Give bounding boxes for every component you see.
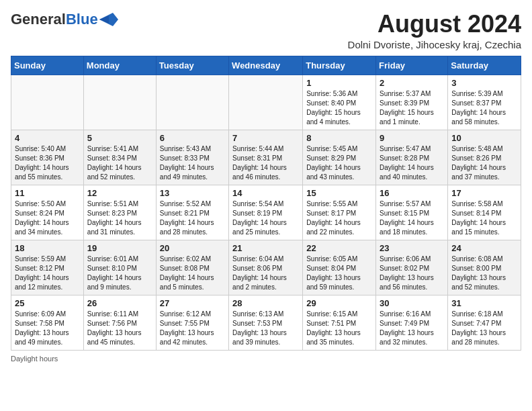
day-info: Sunrise: 5:37 AM Sunset: 8:39 PM Dayligh… [380, 89, 444, 127]
calendar-cell: 17Sunrise: 5:58 AM Sunset: 8:14 PM Dayli… [448, 185, 521, 240]
weekday-header-row: SundayMondayTuesdayWednesdayThursdayFrid… [11, 56, 521, 75]
calendar-cell: 18Sunrise: 5:59 AM Sunset: 8:12 PM Dayli… [11, 240, 84, 295]
day-info: Sunrise: 5:50 AM Sunset: 8:24 PM Dayligh… [15, 199, 80, 237]
day-number: 6 [160, 133, 225, 143]
day-info: Sunrise: 5:58 AM Sunset: 8:14 PM Dayligh… [451, 199, 517, 237]
day-number: 31 [451, 298, 517, 308]
page-header: GeneralBlue August 2024 Dolni Dvoriste, … [11, 11, 521, 50]
day-number: 9 [380, 133, 444, 143]
day-number: 30 [380, 298, 444, 308]
calendar-cell: 13Sunrise: 5:52 AM Sunset: 8:21 PM Dayli… [156, 185, 228, 240]
day-info: Sunrise: 5:41 AM Sunset: 8:34 PM Dayligh… [87, 144, 152, 182]
day-info: Sunrise: 5:45 AM Sunset: 8:29 PM Dayligh… [306, 144, 372, 182]
day-info: Sunrise: 5:44 AM Sunset: 8:31 PM Dayligh… [232, 144, 299, 182]
day-number: 1 [306, 78, 372, 88]
day-info: Sunrise: 6:12 AM Sunset: 7:55 PM Dayligh… [160, 310, 225, 347]
calendar-cell: 2Sunrise: 5:37 AM Sunset: 8:39 PM Daylig… [376, 75, 448, 130]
day-info: Sunrise: 6:04 AM Sunset: 8:06 PM Dayligh… [232, 255, 299, 292]
day-number: 19 [87, 243, 152, 253]
day-number: 2 [380, 78, 444, 88]
logo: GeneralBlue [11, 11, 118, 28]
day-info: Sunrise: 5:47 AM Sunset: 8:28 PM Dayligh… [380, 144, 444, 182]
weekday-header-thursday: Thursday [303, 56, 376, 75]
day-info: Sunrise: 5:39 AM Sunset: 8:37 PM Dayligh… [451, 89, 517, 127]
day-info: Sunrise: 5:57 AM Sunset: 8:15 PM Dayligh… [380, 199, 444, 237]
location-subtitle: Dolni Dvoriste, Jihocesky kraj, Czechia [348, 39, 521, 50]
day-number: 23 [380, 243, 444, 253]
calendar-cell: 23Sunrise: 6:06 AM Sunset: 8:02 PM Dayli… [376, 240, 448, 295]
day-info: Sunrise: 6:08 AM Sunset: 8:00 PM Dayligh… [451, 255, 517, 292]
day-number: 3 [451, 78, 517, 88]
calendar-cell [229, 75, 303, 130]
calendar-week-row: 25Sunrise: 6:09 AM Sunset: 7:58 PM Dayli… [11, 295, 521, 350]
calendar-cell: 27Sunrise: 6:12 AM Sunset: 7:55 PM Dayli… [156, 295, 228, 350]
day-number: 25 [15, 298, 80, 308]
day-number: 21 [232, 243, 299, 253]
calendar-cell: 20Sunrise: 6:02 AM Sunset: 8:08 PM Dayli… [156, 240, 228, 295]
calendar-cell: 7Sunrise: 5:44 AM Sunset: 8:31 PM Daylig… [229, 130, 303, 185]
calendar-cell [83, 75, 156, 130]
day-info: Sunrise: 6:15 AM Sunset: 7:51 PM Dayligh… [306, 310, 372, 347]
day-number: 5 [87, 133, 152, 143]
calendar-cell: 30Sunrise: 6:16 AM Sunset: 7:49 PM Dayli… [376, 295, 448, 350]
calendar-cell: 21Sunrise: 6:04 AM Sunset: 8:06 PM Dayli… [229, 240, 303, 295]
svg-marker-1 [99, 15, 109, 24]
calendar-week-row: 1Sunrise: 5:36 AM Sunset: 8:40 PM Daylig… [11, 75, 521, 130]
calendar-cell: 24Sunrise: 6:08 AM Sunset: 8:00 PM Dayli… [448, 240, 521, 295]
calendar-cell: 4Sunrise: 5:40 AM Sunset: 8:36 PM Daylig… [11, 130, 84, 185]
logo-arrow-icon [99, 13, 118, 26]
day-number: 4 [15, 133, 80, 143]
footer: Daylight hours [11, 355, 521, 363]
day-info: Sunrise: 5:59 AM Sunset: 8:12 PM Dayligh… [15, 255, 80, 292]
weekday-header-tuesday: Tuesday [156, 56, 228, 75]
day-info: Sunrise: 5:54 AM Sunset: 8:19 PM Dayligh… [232, 199, 299, 237]
day-info: Sunrise: 6:11 AM Sunset: 7:56 PM Dayligh… [87, 310, 152, 347]
day-number: 13 [160, 188, 225, 198]
day-info: Sunrise: 5:43 AM Sunset: 8:33 PM Dayligh… [160, 144, 225, 182]
day-info: Sunrise: 6:02 AM Sunset: 8:08 PM Dayligh… [160, 255, 225, 292]
weekday-header-monday: Monday [83, 56, 156, 75]
calendar-cell: 15Sunrise: 5:55 AM Sunset: 8:17 PM Dayli… [303, 185, 376, 240]
calendar-cell: 14Sunrise: 5:54 AM Sunset: 8:19 PM Dayli… [229, 185, 303, 240]
calendar-cell: 26Sunrise: 6:11 AM Sunset: 7:56 PM Dayli… [83, 295, 156, 350]
daylight-label: Daylight hours [11, 355, 58, 363]
calendar-cell: 8Sunrise: 5:45 AM Sunset: 8:29 PM Daylig… [303, 130, 376, 185]
day-info: Sunrise: 5:51 AM Sunset: 8:23 PM Dayligh… [87, 199, 152, 237]
day-info: Sunrise: 6:01 AM Sunset: 8:10 PM Dayligh… [87, 255, 152, 292]
day-number: 17 [451, 188, 517, 198]
day-number: 10 [451, 133, 517, 143]
calendar-cell: 9Sunrise: 5:47 AM Sunset: 8:28 PM Daylig… [376, 130, 448, 185]
day-info: Sunrise: 6:05 AM Sunset: 8:04 PM Dayligh… [306, 255, 372, 292]
calendar-week-row: 18Sunrise: 5:59 AM Sunset: 8:12 PM Dayli… [11, 240, 521, 295]
day-number: 11 [15, 188, 80, 198]
weekday-header-saturday: Saturday [448, 56, 521, 75]
day-number: 28 [232, 298, 299, 308]
calendar-cell: 25Sunrise: 6:09 AM Sunset: 7:58 PM Dayli… [11, 295, 84, 350]
day-number: 29 [306, 298, 372, 308]
calendar-cell: 3Sunrise: 5:39 AM Sunset: 8:37 PM Daylig… [448, 75, 521, 130]
logo-text: GeneralBlue [11, 11, 98, 28]
calendar-cell: 28Sunrise: 6:13 AM Sunset: 7:53 PM Dayli… [229, 295, 303, 350]
calendar-cell: 19Sunrise: 6:01 AM Sunset: 8:10 PM Dayli… [83, 240, 156, 295]
calendar-cell: 29Sunrise: 6:15 AM Sunset: 7:51 PM Dayli… [303, 295, 376, 350]
calendar-cell: 12Sunrise: 5:51 AM Sunset: 8:23 PM Dayli… [83, 185, 156, 240]
day-number: 16 [380, 188, 444, 198]
day-number: 20 [160, 243, 225, 253]
calendar-cell: 31Sunrise: 6:18 AM Sunset: 7:47 PM Dayli… [448, 295, 521, 350]
calendar-week-row: 4Sunrise: 5:40 AM Sunset: 8:36 PM Daylig… [11, 130, 521, 185]
calendar-cell [156, 75, 228, 130]
day-info: Sunrise: 5:48 AM Sunset: 8:26 PM Dayligh… [451, 144, 517, 182]
day-number: 26 [87, 298, 152, 308]
day-number: 12 [87, 188, 152, 198]
day-number: 27 [160, 298, 225, 308]
day-info: Sunrise: 5:52 AM Sunset: 8:21 PM Dayligh… [160, 199, 225, 237]
day-number: 24 [451, 243, 517, 253]
calendar-cell: 5Sunrise: 5:41 AM Sunset: 8:34 PM Daylig… [83, 130, 156, 185]
day-info: Sunrise: 5:40 AM Sunset: 8:36 PM Dayligh… [15, 144, 80, 182]
day-number: 7 [232, 133, 299, 143]
day-number: 22 [306, 243, 372, 253]
day-info: Sunrise: 6:06 AM Sunset: 8:02 PM Dayligh… [380, 255, 444, 292]
day-info: Sunrise: 6:09 AM Sunset: 7:58 PM Dayligh… [15, 310, 80, 347]
day-number: 15 [306, 188, 372, 198]
weekday-header-friday: Friday [376, 56, 448, 75]
